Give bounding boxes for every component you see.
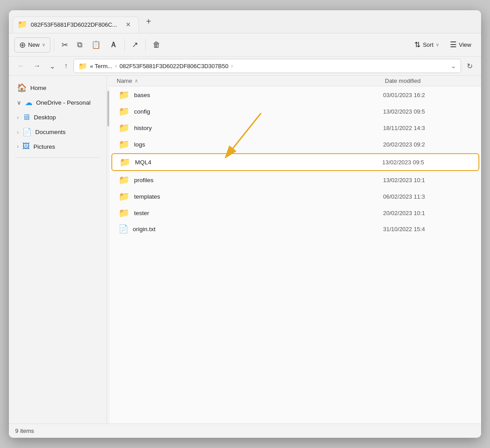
new-icon: ⊕ <box>19 40 26 50</box>
view-icon: ☰ <box>450 40 457 49</box>
refresh-icon: ↻ <box>467 62 473 70</box>
file-row-profiles[interactable]: 📁 profiles 13/02/2023 10:1 <box>111 172 479 188</box>
desktop-expand-icon: › <box>17 114 19 121</box>
toolbar-separator-1 <box>54 39 54 51</box>
sidebar-item-home[interactable]: 🏠 Home <box>11 80 105 95</box>
file-name-templates: templates <box>134 193 383 200</box>
sidebar-item-pictures[interactable]: › 🖼 Pictures <box>11 139 105 154</box>
file-list-header: Name ∧ Date modified <box>110 76 481 86</box>
new-chevron-icon: ∨ <box>42 42 45 48</box>
forward-button[interactable]: → <box>30 60 44 72</box>
tab-label: 082F53F5881F3D6022DF806C... <box>31 21 117 28</box>
file-name-history: history <box>134 125 383 131</box>
documents-icon: 📄 <box>22 127 32 137</box>
sidebar-item-desktop[interactable]: › 🖥 Desktop <box>11 110 105 125</box>
file-row-logs[interactable]: 📁 logs 20/02/2023 09:2 <box>111 136 479 152</box>
expand-address-button[interactable]: ⌄ <box>46 60 58 72</box>
folder-icon-history: 📁 <box>118 122 130 133</box>
folder-icon-templates: 📁 <box>118 191 130 202</box>
sidebar-item-documents[interactable]: › 📄 Documents <box>11 125 105 139</box>
new-button[interactable]: ⊕ New ∨ <box>14 37 50 53</box>
sort-button[interactable]: ⇅ Sort ∨ <box>410 38 444 52</box>
sort-icon: ⇅ <box>414 40 421 49</box>
view-label: View <box>459 41 471 48</box>
col-name-label: Name <box>117 77 132 84</box>
explorer-window: 📁 082F53F5881F3D6022DF806C... ✕ + ⊕ New … <box>9 10 481 438</box>
back-button[interactable]: ← <box>14 60 28 72</box>
file-name-logs: logs <box>134 141 383 148</box>
paste-button[interactable]: 📋 <box>88 37 104 52</box>
column-date-header[interactable]: Date modified <box>385 77 474 84</box>
share-button[interactable]: ↗ <box>128 37 142 52</box>
sidebar-item-onedrive[interactable]: ∨ ☁ OneDrive - Personal <box>11 95 105 110</box>
down-icon: ⌄ <box>49 62 55 70</box>
items-label: items <box>20 428 34 434</box>
refresh-button[interactable]: ↻ <box>464 60 476 72</box>
address-dropdown-icon[interactable]: ⌄ <box>451 62 456 69</box>
desktop-icon: 🖥 <box>22 113 30 122</box>
file-date-logs: 20/02/2023 09:2 <box>383 141 472 148</box>
cut-icon: ✂ <box>61 41 68 49</box>
folder-icon-tester: 📁 <box>118 208 130 218</box>
file-row-mql4[interactable]: 📁 MQL4 13/02/2023 09:5 <box>111 153 479 171</box>
item-count: 9 <box>15 428 18 434</box>
content-scroll[interactable]: Name ∧ Date modified 📁 bases 03/01/2023 … <box>110 76 481 424</box>
file-row-history[interactable]: 📁 history 18/11/2022 14:3 <box>111 120 479 136</box>
copy-button[interactable]: ⧉ <box>74 37 86 52</box>
new-label: New <box>28 41 40 48</box>
file-date-history: 18/11/2022 14:3 <box>383 125 472 131</box>
sidebar-scrollbar-thumb[interactable] <box>107 91 109 126</box>
content-area: Name ∧ Date modified 📁 bases 03/01/2023 … <box>110 76 481 424</box>
rename-button[interactable]: Ａ <box>106 37 121 53</box>
file-row-config[interactable]: 📁 config 13/02/2023 09:5 <box>111 103 479 119</box>
col-date-label: Date modified <box>385 77 421 84</box>
file-name-origin: origin.txt <box>133 226 383 232</box>
cut-button[interactable]: ✂ <box>58 37 72 53</box>
file-name-config: config <box>134 108 383 115</box>
toolbar-separator-2 <box>124 39 125 51</box>
copy-icon: ⧉ <box>77 41 82 49</box>
file-row-origin[interactable]: 📄 origin.txt 31/10/2022 15:4 <box>111 221 479 236</box>
sidebar-home-label: Home <box>30 85 46 91</box>
address-path-separator: › <box>115 63 117 69</box>
address-box[interactable]: 📁 « Term... › 082F53F5881F3D6022DF806C3D… <box>74 59 461 73</box>
main-area: 🏠 Home ∨ ☁ OneDrive - Personal › 🖥 Deskt… <box>9 76 481 424</box>
file-date-templates: 06/02/2023 11:3 <box>383 193 472 200</box>
view-button[interactable]: ☰ View <box>445 38 476 52</box>
sidebar-divider <box>15 157 100 158</box>
sidebar-pictures-label: Pictures <box>33 143 55 150</box>
file-date-config: 13/02/2023 09:5 <box>383 108 472 115</box>
pictures-icon: 🖼 <box>22 142 30 151</box>
file-list: Name ∧ Date modified 📁 bases 03/01/2023 … <box>110 76 481 424</box>
up-button[interactable]: ↑ <box>61 60 71 72</box>
sidebar-documents-label: Documents <box>35 129 65 135</box>
delete-icon: 🗑 <box>153 41 160 49</box>
address-path-prefix: « Term... <box>90 63 112 69</box>
file-date-bases: 03/01/2023 16:2 <box>383 92 472 98</box>
rename-icon: Ａ <box>110 41 117 49</box>
toolbar-separator-3 <box>145 39 146 51</box>
file-name-tester: tester <box>134 210 383 216</box>
documents-expand-icon: › <box>17 129 19 135</box>
file-row-bases[interactable]: 📁 bases 03/01/2023 16:2 <box>111 87 479 103</box>
new-tab-button[interactable]: + <box>143 15 155 29</box>
active-tab[interactable]: 📁 082F53F5881F3D6022DF806C... ✕ <box>12 16 139 33</box>
file-date-origin: 31/10/2022 15:4 <box>383 226 472 232</box>
tab-close-button[interactable]: ✕ <box>124 20 132 29</box>
back-icon: ← <box>17 62 24 69</box>
home-icon: 🏠 <box>17 83 27 93</box>
folder-icon-bases: 📁 <box>118 90 130 100</box>
file-icon-origin: 📄 <box>118 224 128 234</box>
file-row-templates[interactable]: 📁 templates 06/02/2023 11:3 <box>111 188 479 204</box>
folder-icon-logs: 📁 <box>118 139 130 150</box>
sidebar: 🏠 Home ∨ ☁ OneDrive - Personal › 🖥 Deskt… <box>9 76 107 424</box>
address-folder-icon: 📁 <box>78 62 87 70</box>
file-row-tester[interactable]: 📁 tester 20/02/2023 10:1 <box>111 205 479 221</box>
delete-button[interactable]: 🗑 <box>149 37 164 52</box>
column-name-header[interactable]: Name ∧ <box>117 77 385 84</box>
address-path-main: 082F53F5881F3D6022DF806C3D307B50 <box>119 63 228 69</box>
forward-icon: → <box>33 62 41 69</box>
toolbar: ⊕ New ∨ ✂ ⧉ 📋 Ａ ↗ 🗑 ⇅ Sort ∨ <box>9 33 481 57</box>
title-bar: 📁 082F53F5881F3D6022DF806C... ✕ + <box>9 10 481 33</box>
folder-icon-config: 📁 <box>118 106 130 117</box>
